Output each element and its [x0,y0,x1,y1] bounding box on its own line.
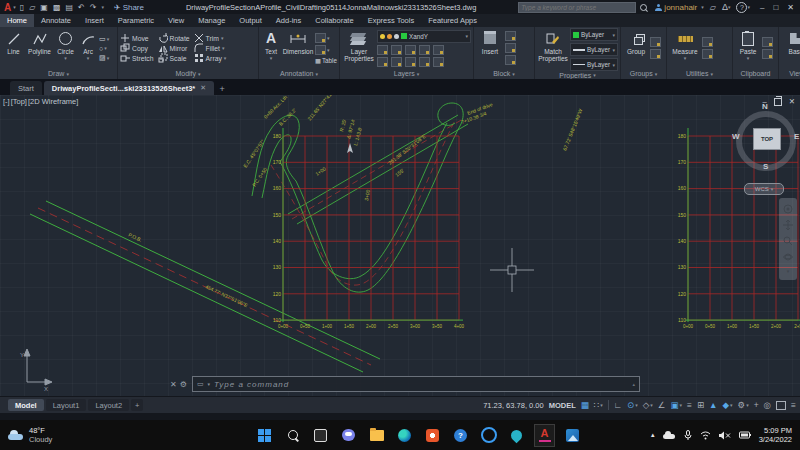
autocad-taskbar-button[interactable]: A [534,424,555,446]
tab-collaborate[interactable]: Collaborate [308,14,360,27]
app-menu-chevron-icon[interactable]: ▾ [13,4,16,10]
tab-addins[interactable]: Add-ins [269,14,308,27]
panel-label-block[interactable]: Block▾ [474,68,534,79]
panel-label-layers[interactable]: Layers▾ [340,68,473,79]
object-snap-tracking-toggle[interactable]: ∠ [658,400,666,410]
wifi-icon[interactable] [700,431,711,440]
undo-icon[interactable]: ↶ [78,3,85,12]
start-button[interactable] [254,424,275,446]
base-button[interactable]: Base [781,28,800,68]
microphone-icon[interactable] [684,430,692,440]
viewcube-west[interactable]: W [732,132,740,141]
tab-express-tools[interactable]: Express Tools [361,14,422,27]
user-avatar-icon[interactable] [655,4,662,11]
snap-mode-toggle[interactable]: ∷▾ [594,400,603,410]
tab-featured-apps[interactable]: Featured Apps [421,14,484,27]
copy-button[interactable]: Copy [120,43,154,53]
block-tool-icon[interactable] [505,55,516,65]
panel-label-annotation[interactable]: Annotation▾ [259,68,339,79]
group-button[interactable]: Group [623,28,649,68]
new-layout-button[interactable]: + [131,399,143,411]
tab-home[interactable]: Home [0,14,34,27]
polyline-button[interactable]: Polyline [26,28,53,68]
object-color-dropdown[interactable]: ByLayer▾ [570,28,618,41]
layer-tool-icon[interactable] [377,57,388,67]
edge-button[interactable] [394,424,415,446]
lineweight-toggle[interactable]: ≡ [687,400,692,410]
polar-tracking-toggle[interactable]: ⊙▾ [627,400,638,410]
annotation-visibility-toggle[interactable]: ▲ [709,400,717,410]
mirror-button[interactable]: Mirror [158,43,190,53]
rectangle-tool-icon[interactable]: ▭ [99,35,106,43]
customize-wrench-icon[interactable]: ⚙ [180,380,187,389]
layer-freeze-icon[interactable] [387,34,392,39]
linetype-dropdown[interactable]: ByLayer▾ [570,58,618,71]
steering-wheel-icon[interactable] [783,204,793,214]
signed-in-user[interactable]: jonnahair [664,3,697,12]
quick-select-icon[interactable] [702,37,713,47]
drawing-area[interactable]: 1801701601501401301201100+000+501+001+50… [0,95,800,396]
tab-manage[interactable]: Manage [191,14,232,27]
ellipse-tool-icon[interactable]: ○ [99,45,103,52]
measure-button[interactable]: Measure ▾ [669,28,701,68]
leader-icon[interactable] [315,33,326,43]
array-button[interactable]: Array▾ [194,53,227,63]
save-as-icon[interactable]: ▩ [53,3,61,12]
quick-calc-icon[interactable] [702,49,713,59]
line-button[interactable]: Line [2,28,25,68]
model-space-button[interactable]: MODEL [549,401,576,410]
hidden-icons-button[interactable]: ▴ [651,431,655,439]
panel-label-clipboard[interactable]: Clipboard [733,68,778,79]
panel-label-view[interactable]: View▾ [779,68,800,79]
viewport-visual-style-control[interactable]: [2D Wireframe] [28,97,78,106]
rotate-button[interactable]: Rotate [158,33,190,43]
grid-display-toggle[interactable]: ▦ [581,400,589,410]
help-chevron-icon[interactable]: ▾ [747,4,750,10]
command-history-icon[interactable]: ▴ [632,381,635,387]
command-input[interactable]: ▭ ▾ Type a command ▴ [192,376,640,392]
dimension-button[interactable]: Dimension [282,28,314,68]
circle-chevron-icon[interactable]: ▾ [64,55,67,62]
isodraft-toggle[interactable]: ◇▾ [643,400,653,410]
viewport-menu-control[interactable]: [-] [3,97,10,106]
tab-view[interactable]: View [161,14,191,27]
close-button[interactable]: ✕ [787,3,794,12]
layer-on-icon[interactable] [380,34,385,39]
ungroup-icon[interactable] [650,37,661,47]
model-space-canvas[interactable]: 1801701601501401301201100+000+501+001+50… [0,95,800,396]
copy-clip-icon[interactable] [762,37,773,47]
file-explorer-button[interactable] [366,424,387,446]
drawing-tab[interactable]: DriwayProfileSecti...ski23313526Sheet3* … [44,81,214,95]
tab-output[interactable]: Output [232,14,269,27]
text-button[interactable]: A Text ▾ [261,28,281,68]
onedrive-icon[interactable] [663,431,676,439]
customization-menu-button[interactable]: ≡ [791,400,796,410]
photos-button[interactable] [562,424,583,446]
layer-dropdown[interactable]: XandY ▾ [377,30,471,43]
scale-button[interactable]: Scale [158,53,190,63]
layer-tool-icon[interactable] [377,45,388,55]
new-drawing-tab-button[interactable]: + [216,83,228,95]
save-icon[interactable]: ▣ [40,3,48,12]
clock-widget[interactable]: 5:09 PM 3/24/2022 [759,426,792,444]
arc-chevron-icon[interactable]: ▾ [87,55,90,62]
layout2-tab[interactable]: Layout2 [88,399,129,411]
navbar-chevron-icon[interactable]: ▾ [787,268,790,274]
viewcube-east[interactable]: E [794,132,799,141]
hatch-tool-icon[interactable]: ▨ [99,54,106,62]
object-snap-toggle[interactable]: ▣▾ [670,400,682,410]
recent-commands-icon[interactable]: ▭ [197,380,204,388]
panel-label-properties[interactable]: Properties▾ [535,71,620,79]
isolate-objects-button[interactable]: ◎ [764,400,771,410]
layer-properties-button[interactable]: Layer Properties [342,28,376,68]
layer-color-swatch[interactable] [401,33,407,39]
fillet-button[interactable]: Fillet▾ [194,43,227,53]
layer-tool-icon[interactable] [391,57,402,67]
table-button[interactable]: ▦Table [315,57,337,64]
open-file-icon[interactable]: ▱ [29,3,35,12]
match-properties-button[interactable]: Match Properties [537,28,569,71]
share-button[interactable]: ✈ Share [114,3,144,12]
layer-tool-icon[interactable] [391,45,402,55]
autodesk-chevron-icon[interactable]: ▾ [728,4,731,10]
cortana-button[interactable] [478,424,499,446]
